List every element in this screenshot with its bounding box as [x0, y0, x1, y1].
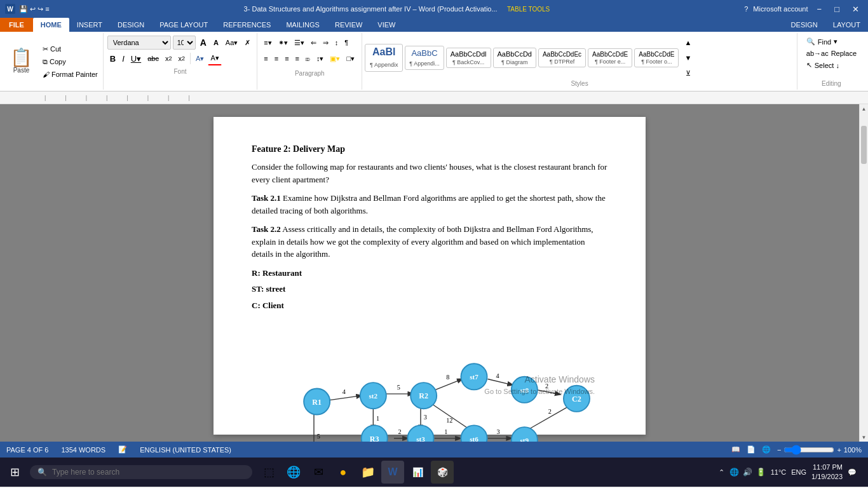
- font-grow-btn[interactable]: A: [198, 36, 209, 50]
- multilevel-list-btn[interactable]: ☰▾: [292, 36, 307, 50]
- align-center-btn[interactable]: ≡: [272, 51, 281, 65]
- taskbar-explorer[interactable]: 📁: [356, 461, 379, 484]
- taskbar-other[interactable]: 📊: [406, 461, 429, 484]
- align-left-btn[interactable]: ≡: [261, 51, 270, 65]
- notification-btn[interactable]: 💬: [848, 468, 857, 477]
- taskbar-chrome[interactable]: ●: [332, 461, 355, 484]
- show-para-btn[interactable]: ¶: [342, 36, 351, 50]
- zoom-control[interactable]: − + 100%: [777, 445, 862, 455]
- account-label[interactable]: Microsoft account: [753, 5, 808, 13]
- tab-tt-design[interactable]: DESIGN: [783, 18, 825, 32]
- taskbar-battery-icon[interactable]: 🔋: [756, 468, 766, 477]
- taskbar-search-input[interactable]: [52, 468, 245, 477]
- tab-references[interactable]: REFERENCES: [215, 18, 278, 32]
- font-shrink-btn[interactable]: A: [211, 36, 221, 50]
- scrollbar-thumb[interactable]: [861, 126, 867, 164]
- help-btn[interactable]: ?: [744, 5, 748, 13]
- scroll-up-btn[interactable]: ▲: [860, 104, 868, 113]
- view-read-btn[interactable]: 📖: [731, 445, 740, 454]
- align-right-btn[interactable]: ≡: [282, 51, 291, 65]
- status-bar: PAGE 4 OF 6 1354 WORDS 📝 ENGLISH (UNITED…: [0, 442, 868, 458]
- line-spacing-btn[interactable]: ↕▾: [314, 51, 327, 65]
- tab-design[interactable]: DESIGN: [110, 18, 152, 32]
- taskbar-edge[interactable]: 🌐: [282, 461, 305, 484]
- font-family-select[interactable]: Verdana: [107, 36, 171, 50]
- decrease-indent-btn[interactable]: ⇐: [308, 36, 319, 50]
- taskbar-extra[interactable]: 🎲: [431, 461, 454, 484]
- zoom-slider[interactable]: [783, 445, 834, 455]
- style-diagram[interactable]: AaBbCcDd ¶ Diagram: [493, 48, 536, 68]
- styles-expand[interactable]: ⊻: [682, 66, 694, 80]
- taskbar-word[interactable]: W: [381, 461, 404, 484]
- svg-line-4: [435, 379, 462, 390]
- taskbar-chevron[interactable]: ⌃: [719, 468, 724, 477]
- tab-file[interactable]: FILE: [0, 18, 33, 32]
- scroll-down-btn[interactable]: ▼: [860, 433, 868, 442]
- cut-button[interactable]: ✂ Cut: [40, 44, 100, 55]
- tab-review[interactable]: REVIEW: [327, 18, 370, 32]
- superscript-btn[interactable]: x2: [176, 51, 188, 65]
- styles-scroll-up[interactable]: ▲: [682, 36, 694, 50]
- style-backcov[interactable]: AaBbCcDdl ¶ BackCov...: [446, 48, 491, 68]
- intro-paragraph[interactable]: Consider the following map for restauran…: [252, 161, 607, 186]
- style-footer-e[interactable]: AaBbCcDdE ¶ Footer e...: [588, 48, 632, 67]
- copy-button[interactable]: ⧉ Copy: [40, 57, 100, 67]
- change-case-btn[interactable]: Aa▾: [223, 36, 240, 50]
- justify-btn[interactable]: ≡: [293, 51, 302, 65]
- start-button[interactable]: ⊞: [3, 460, 27, 484]
- sort-btn[interactable]: ↕: [332, 36, 341, 50]
- columns-btn[interactable]: ⎄: [303, 51, 313, 65]
- numbered-list-btn[interactable]: ⁕▾: [276, 36, 290, 50]
- styles-scroll-down[interactable]: ▼: [682, 51, 694, 65]
- ruler: | | | | | | | |: [0, 92, 868, 104]
- editing-group-label: Editing: [803, 80, 860, 87]
- font-color-btn[interactable]: A▾: [208, 51, 221, 65]
- bold-btn[interactable]: B: [107, 51, 118, 65]
- tab-page-layout[interactable]: PAGE LAYOUT: [152, 18, 215, 32]
- style-appendi[interactable]: AaBbC ¶ Appendi...: [405, 46, 444, 70]
- underline-btn[interactable]: U▾: [128, 51, 144, 65]
- borders-btn[interactable]: □▾: [344, 51, 357, 65]
- tab-mailings[interactable]: MAILINGS: [278, 18, 327, 32]
- select-btn[interactable]: ↖ Select ↓: [803, 59, 860, 71]
- format-painter-button[interactable]: 🖌 Format Painter: [40, 69, 100, 79]
- vertical-scrollbar[interactable]: ▲ ▼: [859, 104, 868, 442]
- text-highlight-btn[interactable]: A▾: [193, 51, 207, 65]
- style-appendix[interactable]: AaBl ¶ Appendix: [365, 44, 403, 72]
- taskbar-mail[interactable]: ✉: [307, 461, 330, 484]
- font-size-select[interactable]: 10: [173, 36, 196, 50]
- increase-indent-btn[interactable]: ⇒: [320, 36, 331, 50]
- strikethrough-btn[interactable]: abc: [145, 51, 161, 65]
- subscript-btn[interactable]: x2: [163, 51, 175, 65]
- clear-format-btn[interactable]: ✗: [242, 36, 253, 50]
- search-bar[interactable]: 🔍: [30, 465, 252, 479]
- tab-tt-layout[interactable]: LAYOUT: [825, 18, 868, 32]
- system-clock[interactable]: 11:07 PM 1/19/2023: [811, 463, 843, 482]
- style-dtpref[interactable]: AaBbCcDdEc ¶ DTPRef: [538, 48, 586, 67]
- svg-text:8: 8: [446, 374, 449, 381]
- word-count: 1354 WORDS: [61, 446, 105, 454]
- restore-btn[interactable]: □: [831, 4, 843, 14]
- zoom-in-btn[interactable]: +: [837, 446, 841, 454]
- language-indicator: ENGLISH (UNITED STATES): [140, 446, 231, 454]
- view-web-btn[interactable]: 🌐: [762, 445, 771, 454]
- tab-home[interactable]: HOME: [33, 18, 69, 32]
- bullet-list-btn[interactable]: ≡▾: [261, 36, 274, 50]
- shading-btn[interactable]: ▣▾: [327, 51, 342, 65]
- italic-btn[interactable]: I: [119, 51, 127, 65]
- style-footer-o[interactable]: AaBbCcDdE ¶ Footer o...: [634, 48, 679, 67]
- taskbar-network-icon[interactable]: 🌐: [729, 468, 739, 477]
- scrollbar-track[interactable]: [860, 113, 868, 433]
- close-btn[interactable]: ✕: [848, 4, 863, 14]
- taskbar-task-view[interactable]: ⬚: [257, 461, 280, 484]
- tab-insert[interactable]: INSERT: [69, 18, 110, 32]
- paste-button[interactable]: 📋 Paste: [5, 36, 37, 87]
- minimize-btn[interactable]: −: [813, 4, 826, 14]
- taskbar-speaker-icon[interactable]: 🔊: [743, 468, 752, 477]
- document-scroll[interactable]: Feature 2: Delivery Map Consider the fol…: [0, 104, 859, 442]
- tab-view[interactable]: VIEW: [370, 18, 403, 32]
- replace-btn[interactable]: ab→ac Replace: [803, 48, 860, 59]
- view-print-btn[interactable]: 📄: [747, 445, 756, 454]
- zoom-out-btn[interactable]: −: [777, 446, 781, 454]
- find-btn[interactable]: 🔍 Find ▾: [803, 36, 860, 48]
